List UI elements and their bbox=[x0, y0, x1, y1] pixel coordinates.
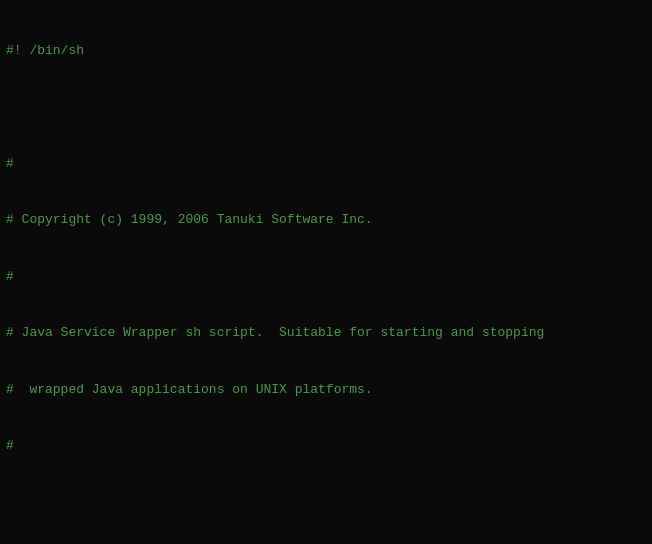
line-blank1 bbox=[6, 98, 646, 117]
line-hash3: # bbox=[6, 437, 646, 456]
code-editor: #! /bin/sh # # Copyright (c) 1999, 2006 … bbox=[0, 0, 652, 544]
line-copyright: # Copyright (c) 1999, 2006 Tanuki Softwa… bbox=[6, 211, 646, 230]
line-hash1: # bbox=[6, 155, 646, 174]
line-java-service: # Java Service Wrapper sh script. Suitab… bbox=[6, 324, 646, 343]
line-hash2: # bbox=[6, 268, 646, 287]
line-blank2 bbox=[6, 494, 646, 513]
line-shebang: #! /bin/sh bbox=[6, 42, 646, 61]
line-wrapped: # wrapped Java applications on UNIX plat… bbox=[6, 381, 646, 400]
